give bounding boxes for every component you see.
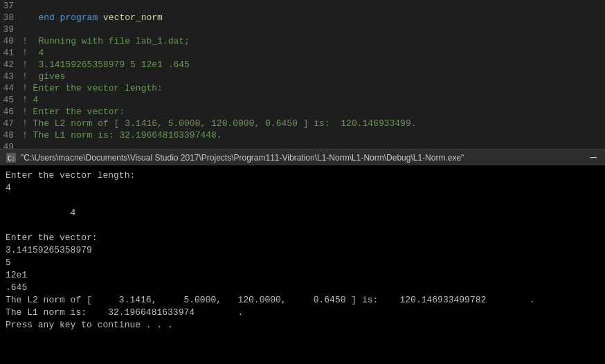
- line-number: 42: [0, 59, 22, 71]
- code-line: 39: [0, 24, 605, 35]
- line-content: ! 4: [22, 94, 605, 106]
- code-line: 46! Enter the vector:: [0, 106, 605, 118]
- terminal-body: Enter the vector length:4 4 Enter the ve…: [0, 165, 605, 364]
- code-line: 40! Running with file lab_1.dat;: [0, 35, 605, 47]
- code-line: 45! 4: [0, 94, 605, 106]
- terminal-icon: C:: [6, 152, 17, 163]
- line-content: [22, 24, 605, 35]
- line-content: ! Running with file lab_1.dat;: [22, 35, 605, 47]
- line-number: 40: [0, 35, 22, 47]
- code-token: ! Enter the vector:: [22, 107, 125, 117]
- code-token: ! The L1 norm is: 32.196648163397448.: [22, 130, 222, 140]
- terminal-titlebar: C: "C:\Users\macne\Documents\Visual Stud…: [0, 149, 605, 165]
- terminal-line: 3.14159265358979: [6, 244, 599, 257]
- code-token: ! 4: [22, 48, 44, 58]
- line-content: end program vector_norm: [22, 12, 605, 24]
- line-number: 48: [0, 129, 22, 141]
- terminal-line: 4: [6, 182, 599, 194]
- line-number: 37: [0, 0, 22, 12]
- line-number: 46: [0, 106, 22, 118]
- terminal-line: .645: [6, 282, 599, 294]
- code-line: 47! The L2 norm of [ 3.1416, 5.0000, 120…: [0, 118, 605, 129]
- terminal-line: [6, 219, 599, 232]
- svg-text:C:: C:: [8, 155, 15, 162]
- line-content: ! gives: [22, 71, 605, 82]
- terminal-line: [6, 194, 599, 207]
- line-content: ! Enter the vector:: [22, 106, 605, 118]
- code-token: ! 4: [22, 95, 38, 105]
- line-number: 39: [0, 24, 22, 35]
- line-content: ! Enter the vector length:: [22, 82, 605, 94]
- code-line: 44! Enter the vector length:: [0, 82, 605, 94]
- code-line: 42! 3.14159265358979 5 12e1 .645: [0, 59, 605, 71]
- code-token: ! 3.14159265358979 5 12e1 .645: [22, 60, 190, 70]
- line-number: 38: [0, 12, 22, 24]
- terminal-line: Enter the vector:: [6, 232, 599, 244]
- terminal-line: Press any key to continue . . .: [6, 319, 599, 331]
- code-token: vector_norm: [103, 12, 163, 23]
- code-line: 37: [0, 0, 605, 12]
- terminal-title: "C:\Users\macne\Documents\Visual Studio …: [21, 153, 587, 163]
- code-token: [22, 12, 38, 23]
- terminal-line: 4: [6, 207, 599, 219]
- line-content: ! The L2 norm of [ 3.1416, 5.0000, 120.0…: [22, 118, 605, 129]
- line-content: [22, 141, 605, 149]
- code-line: 38 end program vector_norm: [0, 12, 605, 24]
- code-token: end program: [38, 12, 98, 23]
- code-token: ! gives: [22, 71, 65, 82]
- terminal-line: Enter the vector length:: [6, 170, 599, 182]
- terminal-controls: —: [587, 152, 599, 164]
- line-content: ! The L1 norm is: 32.196648163397448.: [22, 129, 605, 141]
- line-number: 43: [0, 71, 22, 82]
- line-content: ! 3.14159265358979 5 12e1 .645: [22, 59, 605, 71]
- code-token: ! Enter the vector length:: [22, 83, 163, 93]
- code-line: 49: [0, 141, 605, 149]
- terminal-line: 12e1: [6, 269, 599, 282]
- line-number: 47: [0, 118, 22, 129]
- code-token: ! Running with file lab_1.dat;: [22, 36, 190, 46]
- terminal-line: 5: [6, 257, 599, 269]
- code-line: 48! The L1 norm is: 32.196648163397448.: [0, 129, 605, 141]
- code-token: ! The L2 norm of [ 3.1416, 5.0000, 120.0…: [22, 118, 417, 129]
- line-content: [22, 0, 605, 12]
- terminal-line: The L1 norm is: 32.1966481633974 .: [6, 307, 599, 319]
- terminal-line: The L2 norm of [ 3.1416, 5.0000, 120.000…: [6, 294, 599, 307]
- code-token: [98, 12, 103, 23]
- line-number: 41: [0, 47, 22, 59]
- code-editor: 37 38 end program vector_norm39 40! Runn…: [0, 0, 605, 149]
- line-number: 44: [0, 82, 22, 94]
- line-number: 49: [0, 141, 22, 149]
- code-line: 41! 4: [0, 47, 605, 59]
- line-content: ! 4: [22, 47, 605, 59]
- line-number: 45: [0, 94, 22, 106]
- minimize-button[interactable]: —: [587, 152, 599, 164]
- code-line: 43! gives: [0, 71, 605, 82]
